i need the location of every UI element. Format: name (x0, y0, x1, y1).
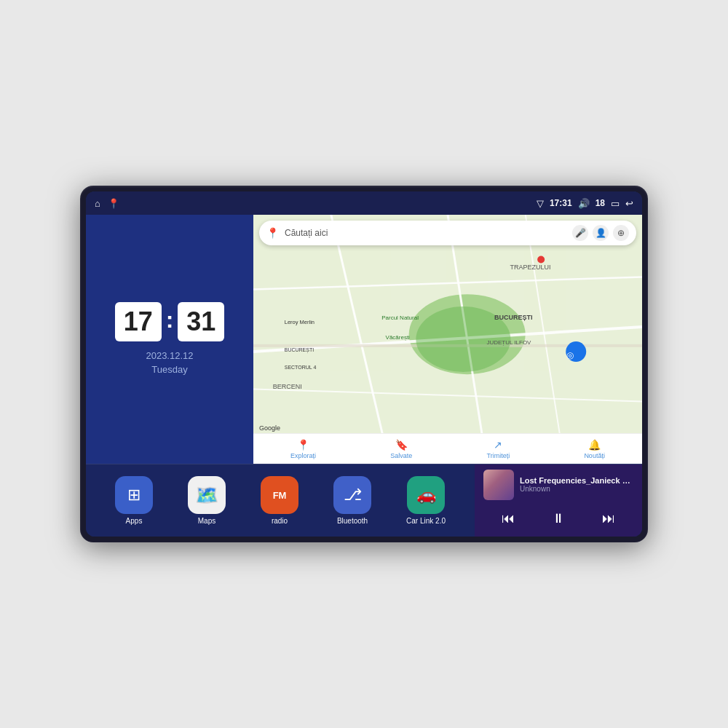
status-right-info: ▽ 17:31 🔊 18 ▭ ↩ (537, 198, 633, 209)
map-bottom-bar: 📍 Explorați 🔖 Salvate ↗ Trimiteți 🔔 (253, 433, 642, 464)
svg-text:Leroy Merlin: Leroy Merlin (285, 319, 314, 325)
music-details: Lost Frequencies_Janieck Devy-... Unknow… (520, 476, 633, 493)
top-section: 17 : 31 2023.12.12 Tuesday (86, 215, 642, 464)
music-title: Lost Frequencies_Janieck Devy-... (520, 476, 633, 485)
google-attribution: Google (259, 424, 280, 432)
explore-label: Explorați (290, 452, 316, 459)
svg-text:Parcul Natural: Parcul Natural (381, 314, 419, 321)
share-label: Trimiteți (487, 452, 510, 459)
car-display-device: ⌂ 📍 ▽ 17:31 🔊 18 ▭ ↩ 17 : (80, 186, 648, 542)
svg-text:BUCUREȘTI: BUCUREȘTI (494, 314, 533, 321)
app-icon-bluetooth[interactable]: ⎇ Bluetooth (333, 476, 371, 525)
music-artist: Unknown (520, 485, 633, 493)
back-icon[interactable]: ↩ (625, 198, 633, 209)
map-tab-share[interactable]: ↗ Trimiteți (487, 439, 510, 459)
app-icons-area: ⊞ Apps 🗺️ Maps FM radio (86, 464, 475, 537)
maps-icon-wrapper: 🗺️ (188, 476, 226, 514)
bluetooth-icon-wrapper: ⎇ (333, 476, 371, 514)
play-pause-button[interactable]: ⏸ (545, 506, 571, 532)
home-icon[interactable]: ⌂ (95, 198, 100, 209)
app-icon-carlink[interactable]: 🚗 Car Link 2.0 (406, 476, 446, 525)
prev-track-button[interactable]: ⏮ (495, 506, 521, 532)
clock-display: 17 : 31 (115, 302, 225, 341)
clock-hour: 17 (115, 302, 162, 341)
saved-icon: 🔖 (395, 439, 408, 451)
radio-label: radio (272, 517, 288, 525)
status-bar: ⌂ 📍 ▽ 17:31 🔊 18 ▭ ↩ (86, 191, 642, 215)
share-icon: ↗ (494, 439, 502, 451)
clock-status: 17:31 (550, 198, 572, 208)
saved-label: Salvate (390, 452, 412, 459)
music-widget: Lost Frequencies_Janieck Devy-... Unknow… (475, 464, 642, 537)
carlink-icon-wrapper: 🚗 (407, 476, 445, 514)
map-tab-saved[interactable]: 🔖 Salvate (390, 439, 412, 459)
svg-point-19 (537, 256, 545, 264)
app-icon-radio[interactable]: FM radio (261, 476, 298, 525)
radio-icon-wrapper: FM (261, 476, 298, 514)
battery-level: 18 (596, 198, 605, 208)
clock-date: 2023.12.12 Tuesday (146, 349, 193, 377)
maps-pin-icon[interactable]: 📍 (108, 198, 119, 209)
screen: ⌂ 📍 ▽ 17:31 🔊 18 ▭ ↩ 17 : (86, 191, 642, 537)
bluetooth-label: Bluetooth (337, 517, 368, 525)
clock-widget: 17 : 31 2023.12.12 Tuesday (86, 215, 253, 464)
map-search-bar[interactable]: 📍 Căutați aici 🎤 👤 ⊕ (259, 221, 636, 245)
day-value: Tuesday (146, 363, 193, 377)
map-widget: TRAPEZULUI BUCUREȘTI JUDEȚUL ILFOV BERCE… (253, 215, 642, 464)
layers-icon[interactable]: ⊕ (613, 225, 629, 241)
bottom-section: ⊞ Apps 🗺️ Maps FM radio (86, 464, 642, 537)
svg-text:TRAPEZULUI: TRAPEZULUI (510, 264, 550, 271)
map-tab-news[interactable]: 🔔 Noutăți (584, 439, 605, 459)
music-controls: ⏮ ⏸ ⏭ (483, 506, 633, 532)
svg-text:BUCUREȘTI: BUCUREȘTI (285, 347, 314, 353)
account-icon[interactable]: 👤 (593, 225, 609, 241)
date-value: 2023.12.12 (146, 349, 193, 363)
news-label: Noutăți (584, 452, 605, 459)
apps-label: Apps (126, 517, 143, 525)
signal-icon: ▽ (537, 198, 544, 209)
apps-icon-wrapper: ⊞ (115, 476, 153, 514)
svg-text:◎: ◎ (566, 350, 574, 360)
map-pin-icon: 📍 (266, 227, 279, 239)
svg-text:BERCENI: BERCENI (273, 383, 302, 390)
news-icon: 🔔 (588, 439, 601, 451)
status-left-icons: ⌂ 📍 (95, 198, 119, 209)
music-thumbnail-image (483, 470, 514, 500)
map-background: TRAPEZULUI BUCUREȘTI JUDEȚUL ILFOV BERCE… (253, 215, 642, 464)
map-search-placeholder[interactable]: Căutați aici (285, 228, 566, 238)
clock-minute: 31 (178, 302, 224, 341)
radio-icon: FM (273, 490, 287, 501)
svg-text:Văcărești: Văcărești (386, 334, 411, 341)
maps-label: Maps (198, 517, 215, 525)
apps-icon: ⊞ (127, 486, 141, 505)
svg-text:JUDEȚUL ILFOV: JUDEȚUL ILFOV (486, 339, 531, 346)
carlink-icon: 🚗 (416, 486, 436, 505)
next-track-button[interactable]: ⏭ (596, 506, 622, 532)
volume-icon: 🔊 (578, 198, 590, 209)
music-info: Lost Frequencies_Janieck Devy-... Unknow… (483, 470, 633, 500)
map-search-actions: 🎤 👤 ⊕ (572, 225, 629, 241)
clock-separator: : (166, 306, 174, 333)
voice-search-icon[interactable]: 🎤 (572, 225, 588, 241)
maps-icon: 🗺️ (195, 484, 218, 507)
app-icon-apps[interactable]: ⊞ Apps (115, 476, 153, 525)
battery-icon: ▭ (611, 198, 620, 209)
app-icon-maps[interactable]: 🗺️ Maps (188, 476, 226, 525)
main-content: 17 : 31 2023.12.12 Tuesday (86, 215, 642, 537)
explore-icon: 📍 (297, 439, 309, 451)
carlink-label: Car Link 2.0 (406, 517, 446, 525)
bluetooth-icon: ⎇ (344, 486, 362, 505)
music-thumbnail (483, 470, 514, 500)
svg-text:SECTORUL 4: SECTORUL 4 (285, 365, 317, 370)
map-tab-explore[interactable]: 📍 Explorați (290, 439, 316, 459)
